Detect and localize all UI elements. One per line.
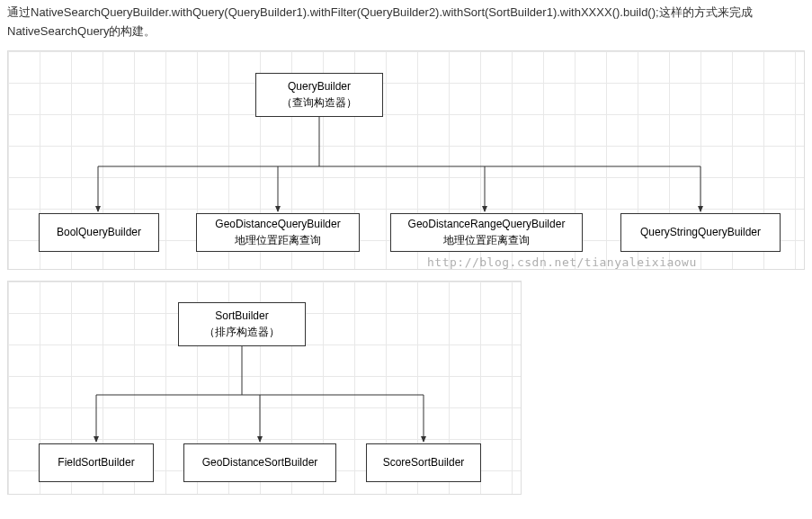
- query-child-4: QueryStringQueryBuilder: [620, 213, 781, 252]
- querybuilder-diagram: QueryBuilder （查询构造器） BoolQueryBuilder Ge…: [7, 50, 805, 270]
- intro-paragraph: 通过NativeSearchQueryBuilder.withQuery(Que…: [0, 0, 812, 50]
- query-child-2-title: GeoDistanceQueryBuilder: [215, 216, 340, 232]
- sort-child-2-title: GeoDistanceSortBuilder: [202, 454, 318, 470]
- watermark-text: http://blog.csdn.net/tianyaleixiaowu: [427, 255, 697, 269]
- sort-child-1: FieldSortBuilder: [39, 443, 154, 482]
- query-child-2: GeoDistanceQueryBuilder 地理位置距离查询: [196, 213, 360, 252]
- query-child-3: GeoDistanceRangeQueryBuilder 地理位置距离查询: [390, 213, 583, 252]
- sort-root-node: SortBuilder （排序构造器）: [178, 302, 306, 346]
- sort-child-3-title: ScoreSortBuilder: [383, 454, 465, 470]
- query-child-4-title: QueryStringQueryBuilder: [640, 224, 761, 240]
- sort-child-1-title: FieldSortBuilder: [58, 454, 134, 470]
- query-root-title: QueryBuilder: [288, 78, 351, 94]
- sort-child-2: GeoDistanceSortBuilder: [183, 443, 336, 482]
- intro-line1: 通过NativeSearchQueryBuilder.withQuery(Que…: [7, 5, 753, 19]
- query-root-subtitle: （查询构造器）: [281, 94, 357, 111]
- query-child-3-subtitle: 地理位置距离查询: [443, 232, 530, 248]
- intro-line2: NativeSearchQuery的构建。: [7, 24, 156, 38]
- sort-root-title: SortBuilder: [215, 308, 268, 324]
- query-root-node: QueryBuilder （查询构造器）: [255, 73, 383, 117]
- query-child-1: BoolQueryBuilder: [39, 213, 159, 252]
- query-child-1-title: BoolQueryBuilder: [57, 224, 141, 240]
- query-child-3-title: GeoDistanceRangeQueryBuilder: [408, 216, 566, 232]
- sort-root-subtitle: （排序构造器）: [204, 324, 280, 340]
- query-child-2-subtitle: 地理位置距离查询: [235, 232, 321, 248]
- sort-child-3: ScoreSortBuilder: [366, 443, 481, 482]
- sortbuilder-diagram: SortBuilder （排序构造器） FieldSortBuilder Geo…: [7, 281, 522, 495]
